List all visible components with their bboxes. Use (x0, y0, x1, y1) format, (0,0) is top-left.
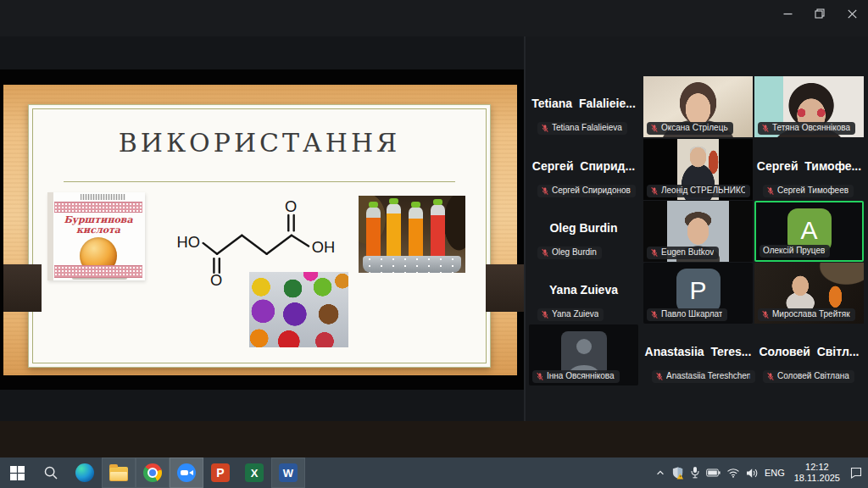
participant-name-label: Олексій Пруцев (760, 245, 830, 258)
participant-name-label: Tetiana Falalieieva (537, 122, 627, 135)
language-label: ENG (765, 468, 785, 478)
system-tray: ENG 12:12 18.11.2025 (655, 458, 868, 488)
soft-drinks-image (359, 196, 465, 273)
participant-display-name: Yana Zuieva (529, 283, 638, 297)
muted-mic-icon (655, 372, 664, 381)
participant-name-label: Сергей Тимофеев (763, 185, 854, 197)
participant-name-label: Мирослава Трейтяк (758, 308, 855, 321)
excel-taskbar-button[interactable] (237, 458, 271, 488)
close-icon (848, 9, 857, 19)
participant-name-label: Anastasiia Tereshchen... (652, 370, 755, 383)
word-taskbar-button[interactable] (271, 458, 305, 488)
explorer-taskbar-button[interactable] (102, 458, 136, 488)
muted-mic-icon (766, 186, 775, 196)
security-shield-icon[interactable] (671, 458, 684, 488)
participant-tile[interactable]: PПавло Шкарлат (643, 263, 753, 324)
barcode (81, 194, 125, 200)
dye-powders-image (249, 272, 348, 347)
minimize-button[interactable] (771, 0, 804, 27)
participant-name-label: Інна Овсяннікова (532, 370, 620, 383)
chrome-icon (143, 463, 162, 482)
battery-icon[interactable] (706, 458, 721, 488)
participant-name-label: Соловей Світлана (763, 370, 854, 383)
participant-tile[interactable]: Інна Овсяннікова (529, 324, 638, 385)
participant-display-name: Anastasiia Teres... (643, 345, 753, 358)
edge-icon (75, 463, 94, 482)
search-taskbar-button[interactable] (34, 458, 68, 488)
notification-icon[interactable] (849, 458, 863, 488)
participant-tile[interactable]: Anastasiia Teres...Anastasiia Tereshchen… (643, 324, 753, 385)
restore-icon (815, 8, 825, 19)
participant-tile[interactable]: Tetiana Falalieie...Tetiana Falalieieva (529, 76, 638, 137)
zoom-app-icon (177, 463, 196, 482)
participant-name-label: Павло Шкарлат (647, 308, 727, 321)
microphone-icon[interactable] (690, 458, 700, 488)
participant-name-label: Сергей Спиридонов (537, 185, 636, 197)
chrome-taskbar-button[interactable] (136, 458, 170, 488)
participant-tile[interactable]: Соловей Світл...Соловей Світлана (754, 324, 864, 385)
participant-tile[interactable]: Мирослава Трейтяк (754, 263, 864, 324)
restore-button[interactable] (804, 0, 836, 27)
start-taskbar-button[interactable] (0, 458, 34, 488)
slide-divider (64, 181, 455, 182)
muted-mic-icon (761, 124, 770, 133)
word-icon (279, 463, 298, 482)
participant-display-name: Соловей Світл... (754, 345, 864, 358)
participant-name-label: Тетяна Овсяннікова (758, 122, 855, 135)
excel-icon (245, 463, 264, 482)
participant-display-name: Сергей Спирид... (529, 159, 638, 173)
time-label: 12:12 (805, 462, 829, 473)
participant-tile[interactable]: Oleg BurdinOleg Burdin (529, 201, 638, 262)
muted-mic-icon (650, 310, 659, 319)
participant-display-name: Oleg Burdin (529, 221, 638, 235)
participant-tile[interactable]: Сергей Спирид...Сергей Спиридонов (529, 139, 638, 200)
participant-tile[interactable]: AОлексій Пруцев (754, 201, 864, 262)
muted-mic-icon (541, 124, 549, 133)
participant-name-label: Eugen Butkov (647, 247, 719, 259)
molecule-o-bottom-label: O (210, 271, 222, 288)
muted-mic-icon (541, 186, 549, 196)
presentation-slide: ВИКОРИСТАННЯ Бурштинова кислота HO (3, 85, 517, 375)
muted-mic-icon (650, 248, 659, 258)
bottom-strip (0, 421, 868, 458)
muted-mic-icon (541, 310, 549, 319)
wifi-icon[interactable] (726, 458, 740, 488)
participant-name-label: Оксана Стрілець (647, 122, 733, 135)
muted-mic-icon (650, 186, 659, 196)
muted-mic-icon (536, 372, 544, 381)
speaker-icon[interactable] (746, 458, 759, 488)
clock[interactable]: 12:12 18.11.2025 (791, 458, 843, 488)
desktop: ВИКОРИСТАННЯ Бурштинова кислота HO (0, 0, 868, 488)
succinic-acid-package-image: Бурштинова кислота (47, 192, 145, 280)
shared-screen-area: ВИКОРИСТАННЯ Бурштинова кислота HO (0, 36, 524, 421)
slide-left-ribbon (3, 264, 42, 312)
participant-tile[interactable]: Оксана Стрілець (643, 76, 753, 137)
participant-name-label: Oleg Burdin (537, 247, 602, 259)
participant-name-label: Леонід СТРЕЛЬНИКО... (647, 185, 750, 197)
edge-taskbar-button[interactable] (68, 458, 102, 488)
chevron-up-icon[interactable] (655, 458, 665, 488)
slide-content-panel: ВИКОРИСТАННЯ Бурштинова кислота HO (28, 104, 491, 368)
window-controls (771, 0, 868, 27)
zoom-window-titlebar (0, 0, 868, 36)
powerpoint-taskbar-button[interactable] (203, 458, 237, 488)
participant-tile[interactable]: Eugen Butkov (643, 201, 753, 262)
windows-start-icon (8, 463, 26, 482)
participants-panel: Tetiana Falalieie...Tetiana FalalieievaО… (524, 36, 868, 421)
participant-tile[interactable]: Тетяна Овсяннікова (754, 76, 864, 137)
zoom-taskbar-button[interactable] (170, 458, 203, 488)
participant-tile[interactable]: Сергей Тимофе...Сергей Тимофеев (754, 139, 864, 200)
participant-tile[interactable]: Yana ZuievaYana Zuieva (529, 263, 638, 324)
participant-display-name: Tetiana Falalieie... (529, 97, 638, 110)
muted-mic-icon (650, 124, 659, 133)
slide-right-ribbon (486, 264, 524, 312)
powerpoint-icon (211, 463, 230, 482)
language-indicator[interactable]: ENG (765, 458, 785, 488)
participant-tile[interactable]: Леонід СТРЕЛЬНИКО... (643, 139, 753, 200)
close-button[interactable] (836, 0, 868, 27)
package-title-line2: кислота (54, 225, 142, 236)
muted-mic-icon (766, 372, 775, 381)
participant-name-label: Yana Zuieva (537, 308, 604, 321)
slide-title: ВИКОРИСТАННЯ (29, 128, 490, 158)
date-label: 18.11.2025 (794, 473, 840, 484)
